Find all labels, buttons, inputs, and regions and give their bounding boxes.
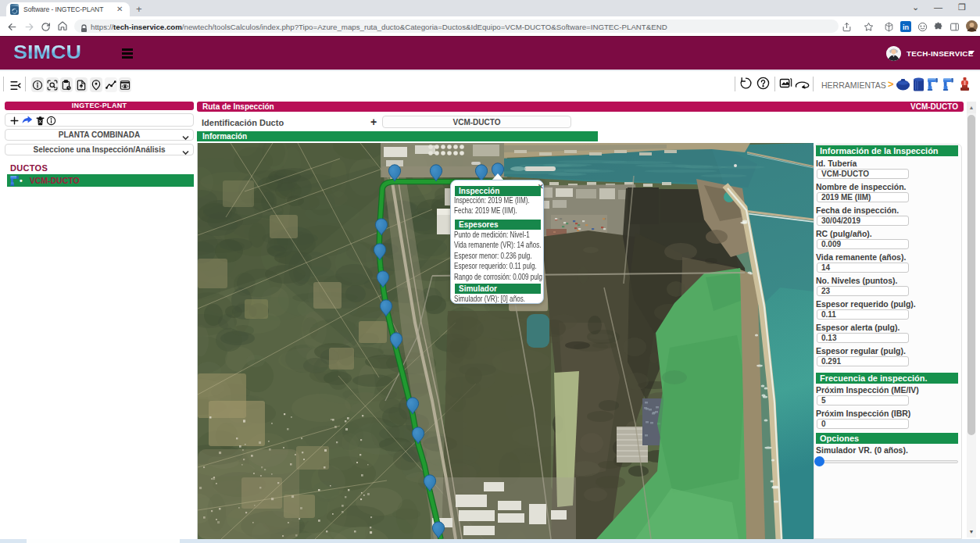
svg-text:in: in [903, 23, 909, 31]
